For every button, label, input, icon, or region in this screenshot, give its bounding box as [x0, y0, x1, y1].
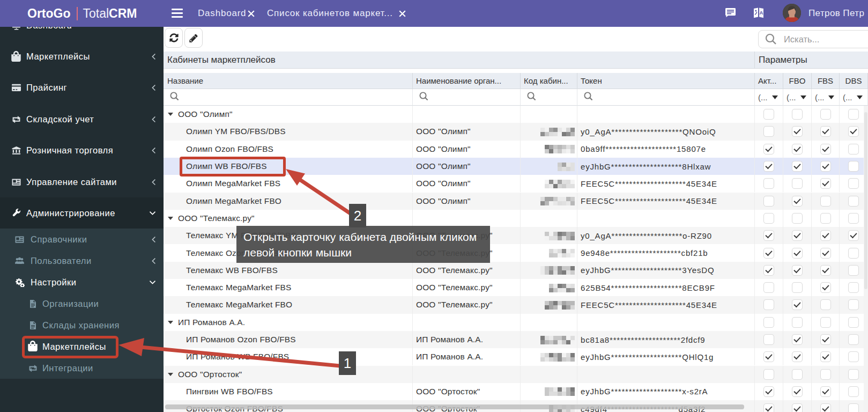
- svg-text:A: A: [760, 10, 763, 16]
